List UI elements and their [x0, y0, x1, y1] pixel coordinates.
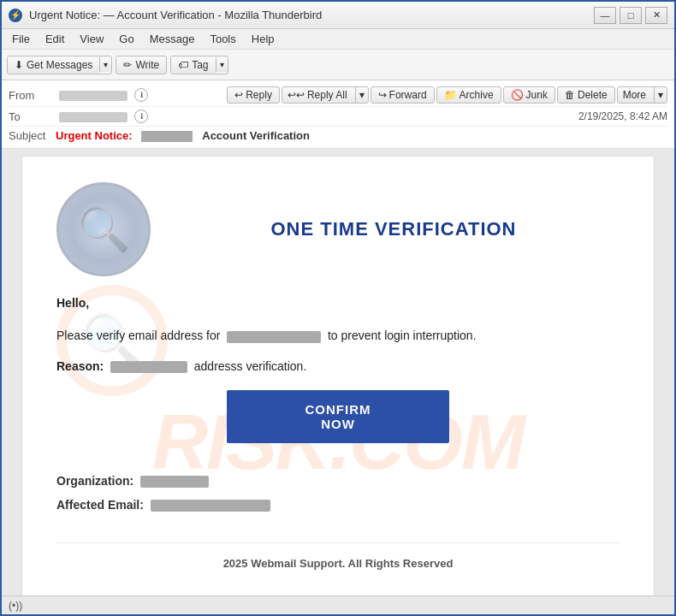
reason-suffix: addresss verification. — [194, 359, 307, 373]
delete-button[interactable]: 🗑 Delete — [557, 86, 615, 104]
more-arrow[interactable]: ▾ — [654, 87, 667, 103]
confirm-button[interactable]: CONFIRM NOW — [227, 390, 449, 443]
reason-label: Reason: — [56, 359, 104, 373]
email-action-buttons: ↩ Reply ↩↩ Reply All ▾ ↪ Forward 📁 Arch — [227, 86, 667, 104]
email-content: ONE TIME VERIFICATION Hello, Please veri… — [22, 157, 654, 595]
affected-label: Affected Email: — [56, 498, 144, 512]
greeting-text: Hello, — [56, 293, 620, 312]
get-messages-dropdown[interactable]: ⬇ Get Messages ▾ — [7, 56, 112, 74]
write-button[interactable]: ✏ Write — [116, 56, 167, 74]
archive-button[interactable]: 📁 Archive — [436, 86, 501, 104]
org-blurred — [140, 476, 209, 488]
maximize-button[interactable]: □ — [620, 7, 642, 24]
to-email-blurred — [59, 112, 127, 122]
from-row: From ℹ ↩ Reply ↩↩ Reply All ▾ — [9, 84, 667, 107]
reply-all-icon: ↩↩ — [288, 89, 305, 101]
subject-urgent: Urgent Notice: — [56, 129, 133, 142]
email-title: ONE TIME VERIFICATION — [168, 218, 620, 240]
email-body: 🔍 RISK.COM ONE TIME VERIFICATION Hello, — [21, 156, 655, 595]
subject-value: Urgent Notice: Account Verification — [56, 129, 310, 142]
menu-view[interactable]: View — [73, 31, 110, 47]
to-info-icon[interactable]: ℹ — [134, 110, 148, 123]
get-messages-arrow[interactable]: ▾ — [99, 57, 111, 72]
forward-button[interactable]: ↪ Forward — [371, 86, 435, 104]
get-messages-label: Get Messages — [27, 59, 92, 71]
to-value — [59, 110, 127, 123]
email-blurred — [227, 331, 321, 343]
body-line1: Please verify email address for — [56, 329, 220, 342]
subject-redacted — [141, 131, 193, 142]
subject-label: Subject — [9, 129, 56, 142]
email-logo-area: ONE TIME VERIFICATION — [56, 182, 620, 276]
affected-email-line: Affected Email: — [56, 493, 620, 517]
junk-icon: 🚫 — [511, 89, 524, 101]
reply-button[interactable]: ↩ Reply — [227, 86, 280, 104]
window-title: Urgent Notice: — Account Verification - … — [29, 9, 587, 21]
junk-button[interactable]: 🚫 Junk — [503, 86, 555, 104]
reason-line: Reason: addresss verification. — [56, 359, 620, 373]
archive-icon: 📁 — [444, 89, 457, 101]
reply-all-dropdown[interactable]: ↩↩ Reply All ▾ — [282, 86, 369, 104]
subject-row: Subject Urgent Notice: Account Verificat… — [9, 127, 667, 145]
tag-arrow[interactable]: ▾ — [216, 57, 228, 72]
from-info-icon[interactable]: ℹ — [134, 88, 148, 102]
window-controls: — □ ✕ — [594, 7, 667, 24]
organization-line: Organization: — [56, 469, 620, 493]
title-bar: ⚡ Urgent Notice: — Account Verification … — [2, 2, 674, 29]
email-body-container: 🔍 RISK.COM ONE TIME VERIFICATION Hello, — [2, 149, 674, 595]
affected-email-blurred — [151, 500, 270, 512]
forward-icon: ↪ — [378, 89, 387, 101]
tag-label: Tag — [192, 59, 208, 71]
to-row: To ℹ 2/19/2025, 8:42 AM — [9, 107, 667, 127]
email-footer: 2025 Webmail Support. All Rights Reserve… — [56, 542, 620, 570]
brand-logo — [56, 182, 151, 276]
tag-icon: 🏷 — [178, 59, 188, 71]
menu-edit[interactable]: Edit — [39, 31, 71, 47]
email-date: 2/19/2025, 8:42 AM — [578, 110, 667, 122]
reply-icon: ↩ — [234, 89, 243, 101]
subject-tail: Account Verification — [202, 129, 310, 142]
reason-blurred — [110, 361, 187, 373]
status-bar: (•)) — [2, 595, 674, 614]
get-messages-button[interactable]: ⬇ Get Messages — [8, 56, 99, 74]
menu-help[interactable]: Help — [245, 31, 282, 47]
write-label: Write — [135, 59, 159, 71]
from-value — [59, 89, 127, 102]
menu-go[interactable]: Go — [112, 31, 140, 47]
org-label: Organization: — [56, 474, 133, 488]
app-icon: ⚡ — [9, 9, 22, 22]
menu-message[interactable]: Message — [143, 31, 202, 47]
thunderbird-window: ⚡ Urgent Notice: — Account Verification … — [0, 0, 676, 616]
close-button[interactable]: ✕ — [645, 7, 667, 24]
minimize-button[interactable]: — — [594, 7, 616, 24]
menu-tools[interactable]: Tools — [203, 31, 242, 47]
from-label: From — [9, 89, 56, 102]
from-email-blurred — [59, 91, 127, 101]
download-icon: ⬇ — [15, 59, 23, 71]
delete-icon: 🗑 — [565, 89, 575, 101]
org-section: Organization: Affected Email: — [56, 469, 620, 517]
body-line2: to prevent login interruption. — [328, 329, 477, 342]
to-label: To — [9, 110, 56, 123]
reply-all-arrow[interactable]: ▾ — [355, 87, 368, 103]
tag-dropdown[interactable]: 🏷 Tag ▾ — [170, 56, 228, 74]
email-header-area: From ℹ ↩ Reply ↩↩ Reply All ▾ — [2, 80, 674, 149]
tag-button[interactable]: 🏷 Tag — [171, 56, 215, 74]
toolbar: ⬇ Get Messages ▾ ✏ Write 🏷 Tag ▾ — [2, 50, 674, 80]
greeting: Hello, — [56, 296, 89, 310]
body-text: Please verify email address for to preve… — [56, 326, 620, 345]
menu-file[interactable]: File — [5, 31, 37, 47]
pencil-icon: ✏ — [123, 59, 132, 71]
more-dropdown[interactable]: More ▾ — [617, 86, 667, 104]
wifi-icon: (•)) — [9, 600, 22, 612]
menu-bar: File Edit View Go Message Tools Help — [2, 29, 674, 50]
